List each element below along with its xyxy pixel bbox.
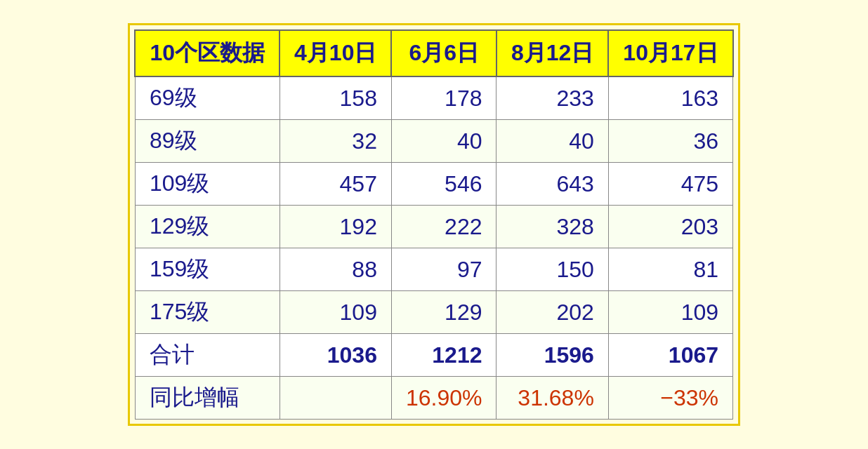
table-row-growth: 同比增幅 16.90% 31.68% −33% (135, 377, 732, 420)
row-label: 159级 (135, 248, 280, 291)
cell-value: 328 (497, 206, 608, 248)
cell-value: 81 (608, 248, 732, 291)
table-row: 89级 32 40 40 36 (135, 120, 732, 163)
table-row: 109级 457 546 643 475 (135, 163, 732, 206)
col-header-aug12: 8月12日 (497, 30, 608, 76)
cell-value: 1067 (608, 334, 732, 377)
cell-value: 40 (391, 120, 497, 163)
header-row: 10个区数据 4月10日 6月6日 8月12日 10月17日 (135, 30, 732, 76)
col-header-oct17: 10月17日 (608, 30, 732, 76)
cell-value: 88 (280, 248, 391, 291)
cell-value: 16.90% (391, 377, 497, 420)
data-table: 10个区数据 4月10日 6月6日 8月12日 10月17日 69级 158 1… (134, 29, 733, 420)
cell-value: 192 (280, 206, 391, 248)
cell-value: 222 (391, 206, 497, 248)
cell-value: 150 (497, 248, 608, 291)
row-label: 175级 (135, 291, 280, 334)
cell-value: 163 (608, 76, 732, 120)
cell-value: 233 (497, 76, 608, 120)
cell-value: 1036 (280, 334, 391, 377)
row-label: 109级 (135, 163, 280, 206)
row-label: 同比增幅 (135, 377, 280, 420)
col-header-label: 10个区数据 (135, 30, 280, 76)
cell-value: 643 (497, 163, 608, 206)
table-row: 69级 158 178 233 163 (135, 76, 732, 120)
cell-value: 178 (391, 76, 497, 120)
cell-value: 203 (608, 206, 732, 248)
cell-value: 1596 (497, 334, 608, 377)
table-row: 159级 88 97 150 81 (135, 248, 732, 291)
cell-value: 109 (608, 291, 732, 334)
row-label: 合计 (135, 334, 280, 377)
cell-value: 1212 (391, 334, 497, 377)
cell-value: 129 (391, 291, 497, 334)
cell-value: 32 (280, 120, 391, 163)
cell-value: 475 (608, 163, 732, 206)
cell-value: 36 (608, 120, 732, 163)
cell-value: 457 (280, 163, 391, 206)
col-header-jun6: 6月6日 (391, 30, 497, 76)
cell-value: 40 (497, 120, 608, 163)
row-label: 129级 (135, 206, 280, 248)
cell-value: 31.68% (497, 377, 608, 420)
cell-value: 97 (391, 248, 497, 291)
cell-value: 202 (497, 291, 608, 334)
main-wrapper: 10个区数据 4月10日 6月6日 8月12日 10月17日 69级 158 1… (128, 23, 739, 426)
cell-value: 109 (280, 291, 391, 334)
table-row-total: 合计 1036 1212 1596 1067 (135, 334, 732, 377)
table-row: 175级 109 129 202 109 (135, 291, 732, 334)
cell-value (280, 377, 391, 420)
col-header-apr10: 4月10日 (280, 30, 391, 76)
table-row: 129级 192 222 328 203 (135, 206, 732, 248)
cell-value: 546 (391, 163, 497, 206)
cell-value-negative: −33% (608, 377, 732, 420)
cell-value: 158 (280, 76, 391, 120)
row-label: 69级 (135, 76, 280, 120)
row-label: 89级 (135, 120, 280, 163)
